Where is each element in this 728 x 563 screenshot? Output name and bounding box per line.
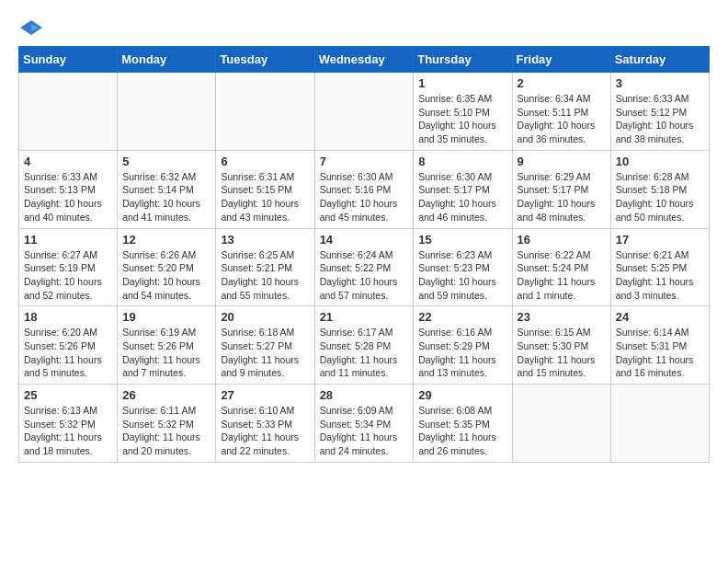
calendar-cell: 15Sunrise: 6:23 AM Sunset: 5:23 PM Dayli… [414, 228, 512, 306]
day-number: 29 [418, 388, 506, 402]
calendar-cell: 8Sunrise: 6:30 AM Sunset: 5:17 PM Daylig… [414, 150, 512, 228]
day-info: Sunrise: 6:25 AM Sunset: 5:21 PM Dayligh… [221, 248, 309, 303]
calendar-cell: 16Sunrise: 6:22 AM Sunset: 5:24 PM Dayli… [512, 228, 610, 306]
day-number: 26 [122, 388, 210, 402]
weekday-header: Friday [512, 47, 610, 73]
day-number: 15 [418, 233, 506, 247]
calendar-cell: 6Sunrise: 6:31 AM Sunset: 5:15 PM Daylig… [216, 150, 314, 228]
day-number: 12 [122, 233, 210, 247]
calendar-week-row: 4Sunrise: 6:33 AM Sunset: 5:13 PM Daylig… [19, 150, 710, 228]
day-info: Sunrise: 6:33 AM Sunset: 5:12 PM Dayligh… [616, 92, 704, 146]
calendar-cell: 19Sunrise: 6:19 AM Sunset: 5:26 PM Dayli… [118, 306, 216, 385]
day-info: Sunrise: 6:23 AM Sunset: 5:23 PM Dayligh… [418, 248, 506, 303]
day-number: 11 [24, 233, 112, 247]
calendar-cell: 2Sunrise: 6:34 AM Sunset: 5:11 PM Daylig… [512, 73, 610, 151]
day-info: Sunrise: 6:17 AM Sunset: 5:28 PM Dayligh… [320, 326, 409, 380]
calendar-cell: 7Sunrise: 6:30 AM Sunset: 5:16 PM Daylig… [314, 150, 414, 228]
day-number: 18 [24, 310, 112, 324]
weekday-header: Sunday [19, 47, 118, 73]
day-number: 16 [518, 233, 606, 247]
day-info: Sunrise: 6:18 AM Sunset: 5:27 PM Dayligh… [221, 326, 309, 380]
day-info: Sunrise: 6:22 AM Sunset: 5:24 PM Dayligh… [518, 248, 606, 303]
day-number: 2 [518, 76, 606, 90]
day-info: Sunrise: 6:35 AM Sunset: 5:10 PM Dayligh… [418, 92, 506, 146]
day-info: Sunrise: 6:19 AM Sunset: 5:26 PM Dayligh… [122, 326, 210, 380]
calendar-week-row: 25Sunrise: 6:13 AM Sunset: 5:32 PM Dayli… [19, 385, 710, 463]
day-info: Sunrise: 6:34 AM Sunset: 5:11 PM Dayligh… [518, 92, 606, 146]
day-number: 1 [418, 76, 506, 90]
calendar-cell: 12Sunrise: 6:26 AM Sunset: 5:20 PM Dayli… [118, 228, 216, 306]
day-info: Sunrise: 6:16 AM Sunset: 5:29 PM Dayligh… [418, 326, 506, 380]
day-number: 6 [221, 155, 309, 168]
calendar-cell: 14Sunrise: 6:24 AM Sunset: 5:22 PM Dayli… [314, 228, 414, 306]
calendar-cell: 11Sunrise: 6:27 AM Sunset: 5:19 PM Dayli… [19, 228, 118, 306]
day-info: Sunrise: 6:30 AM Sunset: 5:17 PM Dayligh… [418, 170, 506, 224]
calendar-week-row: 1Sunrise: 6:35 AM Sunset: 5:10 PM Daylig… [19, 73, 710, 151]
day-info: Sunrise: 6:13 AM Sunset: 5:32 PM Dayligh… [24, 404, 112, 458]
calendar-week-row: 11Sunrise: 6:27 AM Sunset: 5:19 PM Dayli… [19, 228, 710, 306]
day-info: Sunrise: 6:10 AM Sunset: 5:33 PM Dayligh… [221, 404, 309, 458]
calendar-cell: 3Sunrise: 6:33 AM Sunset: 5:12 PM Daylig… [610, 73, 709, 151]
calendar-cell [314, 73, 414, 151]
logo-icon [18, 18, 44, 37]
calendar-cell: 26Sunrise: 6:11 AM Sunset: 5:32 PM Dayli… [118, 385, 216, 463]
calendar-table: SundayMondayTuesdayWednesdayThursdayFrid… [18, 46, 710, 463]
calendar-cell: 23Sunrise: 6:15 AM Sunset: 5:30 PM Dayli… [512, 306, 610, 385]
weekday-header: Tuesday [216, 47, 314, 73]
calendar-cell: 9Sunrise: 6:29 AM Sunset: 5:17 PM Daylig… [512, 150, 610, 228]
day-number: 10 [616, 155, 704, 168]
day-info: Sunrise: 6:20 AM Sunset: 5:26 PM Dayligh… [24, 326, 112, 380]
day-number: 20 [221, 310, 309, 324]
day-info: Sunrise: 6:08 AM Sunset: 5:35 PM Dayligh… [418, 404, 506, 458]
calendar-cell: 17Sunrise: 6:21 AM Sunset: 5:25 PM Dayli… [610, 228, 709, 306]
day-info: Sunrise: 6:26 AM Sunset: 5:20 PM Dayligh… [122, 248, 210, 303]
day-info: Sunrise: 6:24 AM Sunset: 5:22 PM Dayligh… [320, 248, 409, 303]
day-number: 23 [518, 310, 606, 324]
day-info: Sunrise: 6:33 AM Sunset: 5:13 PM Dayligh… [24, 170, 112, 224]
calendar-cell [216, 73, 314, 151]
weekday-header: Saturday [610, 47, 709, 73]
day-info: Sunrise: 6:31 AM Sunset: 5:15 PM Dayligh… [221, 170, 309, 224]
day-info: Sunrise: 6:29 AM Sunset: 5:17 PM Dayligh… [518, 170, 606, 224]
logo [18, 18, 48, 37]
day-number: 19 [122, 310, 210, 324]
day-number: 9 [518, 155, 606, 168]
day-number: 14 [320, 233, 409, 247]
weekday-header: Wednesday [314, 47, 414, 73]
calendar-cell: 1Sunrise: 6:35 AM Sunset: 5:10 PM Daylig… [414, 73, 512, 151]
day-info: Sunrise: 6:32 AM Sunset: 5:14 PM Dayligh… [122, 170, 210, 224]
day-number: 24 [616, 310, 704, 324]
day-info: Sunrise: 6:15 AM Sunset: 5:30 PM Dayligh… [518, 326, 606, 380]
day-number: 27 [221, 388, 309, 402]
day-number: 28 [320, 388, 409, 402]
calendar-cell [19, 73, 118, 151]
calendar-header-row: SundayMondayTuesdayWednesdayThursdayFrid… [19, 47, 710, 73]
weekday-header: Thursday [414, 47, 512, 73]
calendar-cell: 28Sunrise: 6:09 AM Sunset: 5:34 PM Dayli… [314, 385, 414, 463]
day-number: 22 [418, 310, 506, 324]
day-info: Sunrise: 6:11 AM Sunset: 5:32 PM Dayligh… [122, 404, 210, 458]
calendar-cell: 22Sunrise: 6:16 AM Sunset: 5:29 PM Dayli… [414, 306, 512, 385]
calendar-cell: 20Sunrise: 6:18 AM Sunset: 5:27 PM Dayli… [216, 306, 314, 385]
calendar-cell [512, 385, 610, 463]
day-info: Sunrise: 6:28 AM Sunset: 5:18 PM Dayligh… [616, 170, 704, 224]
day-number: 17 [616, 233, 704, 247]
calendar-cell: 4Sunrise: 6:33 AM Sunset: 5:13 PM Daylig… [19, 150, 118, 228]
day-number: 5 [122, 155, 210, 168]
day-info: Sunrise: 6:09 AM Sunset: 5:34 PM Dayligh… [320, 404, 409, 458]
calendar-cell [610, 385, 709, 463]
calendar-cell: 10Sunrise: 6:28 AM Sunset: 5:18 PM Dayli… [610, 150, 709, 228]
day-number: 4 [24, 155, 112, 168]
calendar-cell: 29Sunrise: 6:08 AM Sunset: 5:35 PM Dayli… [414, 385, 512, 463]
calendar-week-row: 18Sunrise: 6:20 AM Sunset: 5:26 PM Dayli… [19, 306, 710, 385]
day-info: Sunrise: 6:30 AM Sunset: 5:16 PM Dayligh… [320, 170, 409, 224]
day-number: 8 [418, 155, 506, 168]
day-number: 21 [320, 310, 409, 324]
day-number: 25 [24, 388, 112, 402]
page-header [18, 18, 710, 37]
day-number: 13 [221, 233, 309, 247]
day-number: 7 [320, 155, 409, 168]
weekday-header: Monday [118, 47, 216, 73]
day-info: Sunrise: 6:27 AM Sunset: 5:19 PM Dayligh… [24, 248, 112, 303]
calendar-cell: 18Sunrise: 6:20 AM Sunset: 5:26 PM Dayli… [19, 306, 118, 385]
